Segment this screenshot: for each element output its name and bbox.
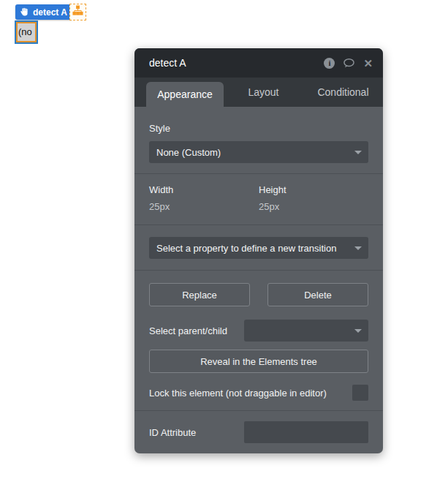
parent-child-dropdown[interactable] <box>244 320 368 342</box>
delete-button[interactable]: Delete <box>267 283 368 306</box>
tab-appearance[interactable]: Appearance <box>146 82 224 107</box>
tab-bar: Appearance Layout Conditional <box>134 78 383 107</box>
parent-child-label: Select parent/child <box>149 325 227 336</box>
transition-section: Select a property to define a new transi… <box>134 225 383 271</box>
lock-element-label: Lock this element (not draggable in edit… <box>149 388 327 399</box>
element-badge-label: detect A <box>33 7 67 18</box>
width-label: Width <box>149 184 259 195</box>
info-icon[interactable]: i <box>324 58 335 69</box>
property-editor-panel: detect A i ✕ Appearance Layout Condition… <box>134 48 383 453</box>
panel-title: detect A <box>149 57 324 69</box>
id-attribute-input[interactable] <box>244 421 368 443</box>
replace-button[interactable]: Replace <box>149 283 250 306</box>
actions-section: Replace Delete Select parent/child Revea… <box>134 271 383 411</box>
height-label: Height <box>259 184 368 195</box>
selected-canvas-element[interactable]: (no <box>16 22 37 42</box>
style-section: Style None (Custom) <box>134 107 383 174</box>
element-badge[interactable]: detect A <box>15 4 73 20</box>
style-dropdown[interactable]: None (Custom) <box>149 141 368 163</box>
panel-header: detect A i ✕ <box>134 48 383 78</box>
chevron-down-icon <box>354 151 362 154</box>
dimensions-section: Width 25px Height 25px <box>134 174 383 225</box>
close-icon[interactable]: ✕ <box>363 58 373 69</box>
tab-layout[interactable]: Layout <box>224 78 303 107</box>
comment-bubble-icon[interactable] <box>343 58 355 69</box>
hierarchy-icon <box>72 5 83 19</box>
style-label: Style <box>149 123 368 134</box>
hand-icon <box>20 7 29 17</box>
hierarchy-helper-box[interactable] <box>69 4 86 20</box>
transition-dropdown-placeholder: Select a property to define a new transi… <box>156 243 336 254</box>
lock-element-checkbox[interactable] <box>352 385 368 401</box>
height-value: 25px <box>259 201 368 212</box>
id-attribute-label: ID Attribute <box>149 427 196 438</box>
tab-conditional[interactable]: Conditional <box>303 78 383 107</box>
chevron-down-icon <box>354 246 362 250</box>
transition-property-dropdown[interactable]: Select a property to define a new transi… <box>149 237 368 259</box>
width-value: 25px <box>149 201 259 212</box>
id-attribute-section: ID Attribute <box>134 411 383 453</box>
reveal-elements-tree-button[interactable]: Reveal in the Elements tree <box>149 350 368 373</box>
style-dropdown-value: None (Custom) <box>156 147 221 158</box>
chevron-down-icon <box>354 329 362 333</box>
